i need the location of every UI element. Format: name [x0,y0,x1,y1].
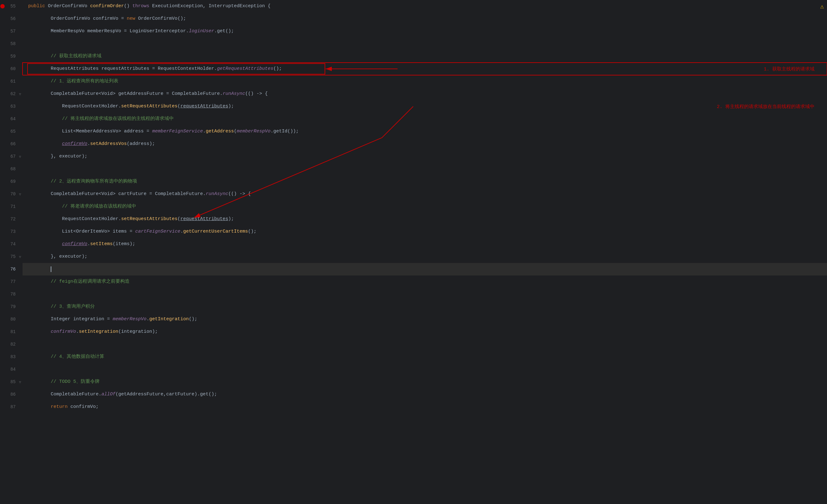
line-row: 70▽ CompletableFuture<Void> cartFuture =… [0,188,827,200]
line-number: 57 [6,25,17,38]
lines-container: 55public OrderConfirmVo confirmOrder() t… [0,0,827,413]
line-number: 66 [6,138,17,150]
line-row: 69 // 2、远程查询购物车所有选中的购物项 [0,175,827,188]
line-number: 76 [6,263,17,275]
fold-icon[interactable]: ▽ [17,192,22,196]
line-content: // feign在远程调用请求之前要构造 [22,275,827,288]
line-row: 57 MemberRespVo memberRespVo = LoginUser… [0,25,827,38]
line-content: // 3、查询用户积分 [22,301,827,313]
line-row: 71 // 将老请求的域放在该线程的域中 [0,200,827,213]
line-content: // TODO 5、防重令牌 [22,376,827,388]
line-number: 79 [6,301,17,313]
line-row: 59 // 获取主线程的请求域 [0,50,827,63]
line-content: RequestContextHolder.setRequestAttribute… [22,213,827,225]
line-content: confirmVo.setAddressVos(address); [22,138,827,150]
line-row: 67▽ }, executor); [0,150,827,163]
line-number: 80 [6,313,17,325]
line-content: // 将主线程的请求域放在该线程的主线程的请求域中 [22,113,827,125]
line-number: 61 [6,75,17,88]
line-number: 65 [6,125,17,138]
line-number: 73 [6,225,17,238]
line-number: 60 [6,63,17,75]
code-area[interactable]: 55public OrderConfirmVo confirmOrder() t… [0,0,827,504]
line-content: RequestContextHolder.setRequestAttribute… [22,100,827,113]
line-content: // 4、其他数据自动计算 [22,351,827,363]
line-row: 56 OrderConfirmVo confirmVo = new OrderC… [0,12,827,25]
line-row: 65 List<MemberAddressVo> address = membe… [0,125,827,138]
warning-icon: ⚠ [820,2,824,10]
line-content: RequestAttributes requestAttributes = Re… [22,63,827,75]
line-row: 76 [0,263,827,275]
line-number: 69 [6,175,17,188]
line-row: 68 [0,163,827,175]
line-content: // 1、远程查询所有的地址列表 [22,75,827,88]
line-row: 83 // 4、其他数据自动计算 [0,351,827,363]
line-row: 62▽ CompletableFuture<Void> getAddressFu… [0,88,827,100]
line-content: OrderConfirmVo confirmVo = new OrderConf… [22,12,827,25]
line-content: CompletableFuture.allOf(getAddressFuture… [22,388,827,401]
breakpoint-icon [0,4,5,8]
line-number: 75 [6,250,17,263]
line-row: 61 // 1、远程查询所有的地址列表 [0,75,827,88]
line-number: 70 [6,188,17,200]
line-content: List<MemberAddressVo> address = memberFe… [22,125,827,138]
line-content: CompletableFuture<Void> getAddressFuture… [22,88,827,100]
line-content: confirmVo.setIntegration(integration); [22,325,827,338]
line-row: 81 confirmVo.setIntegration(integration)… [0,325,827,338]
line-row: 82 [0,338,827,351]
line-number: 59 [6,50,17,63]
line-number: 56 [6,12,17,25]
line-row: 74 confirmVo.setItems(items); [0,238,827,250]
line-number: 62 [6,88,17,100]
line-row: 64 // 将主线程的请求域放在该线程的主线程的请求域中 [0,113,827,125]
line-row: 87 return confirmVo; [0,401,827,413]
line-number: 72 [6,213,17,225]
line-number: 78 [6,288,17,301]
annotation-label: 2. 将主线程的请求域放在当前线程的请求域中 [717,104,815,110]
line-content: public OrderConfirmVo confirmOrder() thr… [22,0,827,12]
line-content: // 获取主线程的请求域 [22,50,827,63]
line-content: confirmVo.setItems(items); [22,238,827,250]
fold-icon[interactable]: ▽ [17,92,22,96]
line-row: 77 // feign在远程调用请求之前要构造 [0,275,827,288]
line-row: 55public OrderConfirmVo confirmOrder() t… [0,0,827,12]
fold-icon[interactable]: ▽ [17,255,22,259]
line-content: }, executor); [22,250,827,263]
line-number: 86 [6,388,17,401]
line-row: 72 RequestContextHolder.setRequestAttrib… [0,213,827,225]
line-row: 66 confirmVo.setAddressVos(address); [0,138,827,150]
line-number: 87 [6,401,17,413]
line-row: 58 [0,38,827,50]
line-row: 63 RequestContextHolder.setRequestAttrib… [0,100,827,113]
line-number: 55 [6,0,17,12]
line-row: 60 RequestAttributes requestAttributes =… [0,63,827,75]
line-number: 68 [6,163,17,175]
line-number: 84 [6,363,17,376]
fold-icon[interactable]: ▽ [17,380,22,384]
line-number: 83 [6,351,17,363]
code-editor: 55public OrderConfirmVo confirmOrder() t… [0,0,827,504]
line-content: List<OrderItemVo> items = cartFeignServi… [22,225,827,238]
line-number: 82 [6,338,17,351]
line-content: Integer integration = memberRespVo.getIn… [22,313,827,325]
line-row: 86 CompletableFuture.allOf(getAddressFut… [0,388,827,401]
line-row: 85▽ // TODO 5、防重令牌 [0,376,827,388]
fold-icon[interactable]: ▽ [17,155,22,159]
line-content: CompletableFuture<Void> cartFuture = Com… [22,188,827,200]
line-number: 67 [6,150,17,163]
line-number: 64 [6,113,17,125]
line-row: 75▽ }, executor); [0,250,827,263]
line-number: 74 [6,238,17,250]
line-number: 81 [6,325,17,338]
line-number: 71 [6,200,17,213]
line-row: 84 [0,363,827,376]
line-content [22,263,827,275]
line-content: // 2、远程查询购物车所有选中的购物项 [22,175,827,188]
line-number: 58 [6,38,17,50]
text-cursor [51,266,51,272]
line-content: return confirmVo; [22,401,827,413]
line-number: 85 [6,376,17,388]
annotation-label: 1. 获取主线程的请求域 [764,66,815,72]
line-content: }, executor); [22,150,827,163]
line-number: 63 [6,100,17,113]
